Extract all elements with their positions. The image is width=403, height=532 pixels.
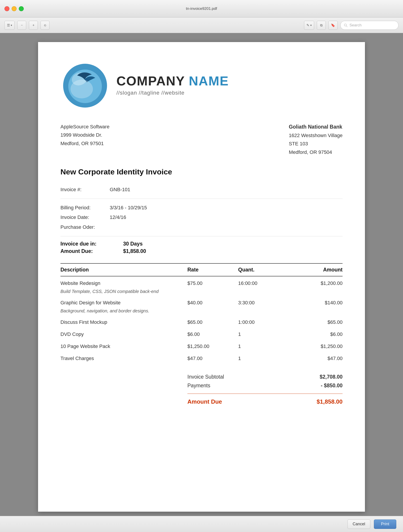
amount-due-final-row: Amount Due $1,858.00 bbox=[187, 397, 343, 406]
sender-address2: Medford, OR 97501 bbox=[60, 139, 110, 148]
svg-point-0 bbox=[344, 24, 347, 26]
item-amount-2: $65.00 bbox=[289, 315, 343, 327]
invoice-number-row: Invoice #: GNB-101 bbox=[60, 185, 343, 194]
pdf-viewer[interactable]: COMPANY NAME //slogan //tagline //websit… bbox=[0, 33, 403, 516]
item-sub-desc-1: Background, navigation, and border desig… bbox=[60, 308, 343, 315]
bottom-bar: Cancel Print bbox=[0, 516, 403, 532]
recipient-address1: 1622 Westshown Village bbox=[289, 131, 343, 139]
billing-period-value: 3/3/16 - 10/29/15 bbox=[110, 203, 147, 212]
table-row: Website Redesign $75.00 16:00:00 $1,200.… bbox=[60, 276, 343, 288]
item-description-2: Discuss First Mockup bbox=[60, 315, 187, 327]
table-header-row: Description Rate Quant. Amount bbox=[60, 263, 343, 276]
meta-divider-2 bbox=[60, 236, 343, 236]
item-description-4: 10 Page Website Pack bbox=[60, 339, 187, 352]
item-quantity-5: 1 bbox=[238, 352, 289, 364]
share-icon: ⎋ bbox=[44, 23, 46, 27]
item-description-5: Travel Charges bbox=[60, 352, 187, 364]
search-box[interactable]: Search bbox=[340, 21, 398, 30]
item-amount-3: $6.00 bbox=[289, 327, 343, 339]
item-sub-desc-0: Build Template, CSS, JSON compatible bac… bbox=[60, 288, 343, 296]
table-row: Discuss First Mockup $65.00 1:00:00 $65.… bbox=[60, 315, 343, 327]
invoice-number-label: Invoice #: bbox=[60, 185, 110, 194]
payments-value: - $850.00 bbox=[321, 383, 343, 389]
zoom-in-button[interactable]: ＋ bbox=[29, 21, 38, 30]
item-quantity-2: 1:00:00 bbox=[238, 315, 289, 327]
purchase-order-label: Purchase Oder: bbox=[60, 223, 110, 232]
window: tn-invoice9201.pdf ☰ ▾ － ＋ ⎋ ✎ ▾ ⧉ 🔖 bbox=[0, 0, 403, 532]
amount-due-header-value: $1,858.00 bbox=[123, 248, 146, 254]
item-amount-4: $1,250.00 bbox=[289, 339, 343, 352]
invoice-table: Description Rate Quant. Amount Website R… bbox=[60, 263, 343, 364]
close-button[interactable] bbox=[5, 6, 9, 11]
cancel-button[interactable]: Cancel bbox=[347, 519, 370, 529]
meta-divider-1 bbox=[60, 199, 343, 199]
invoice-date-label: Invoice Date: bbox=[60, 213, 110, 222]
print-button[interactable]: Print bbox=[374, 519, 396, 529]
item-rate-3: $6.00 bbox=[187, 327, 238, 339]
table-row-sub: Build Template, CSS, JSON compatible bac… bbox=[60, 288, 343, 296]
table-row: DVD Copy $6.00 1 $6.00 bbox=[60, 327, 343, 339]
header-quantity: Quant. bbox=[238, 263, 289, 276]
zoom-out-button[interactable]: － bbox=[17, 21, 26, 30]
window-title: tn-invoice9201.pdf bbox=[186, 6, 217, 11]
sidebar-toggle-button[interactable]: ☰ ▾ bbox=[5, 21, 14, 30]
copy-icon: ⧉ bbox=[320, 23, 323, 27]
recipient-address2: STE 103 bbox=[289, 139, 343, 148]
subtotal-value: $2,708.00 bbox=[320, 374, 343, 380]
item-description-3: DVD Copy bbox=[60, 327, 187, 339]
svg-point-5 bbox=[71, 80, 93, 98]
pen-button[interactable]: ✎ ▾ bbox=[304, 21, 314, 30]
sender-name: AppleSource Software bbox=[60, 123, 110, 131]
company-logo bbox=[60, 60, 110, 109]
totals-divider bbox=[187, 393, 343, 394]
svg-line-1 bbox=[346, 26, 347, 27]
invoice-meta: Invoice #: GNB-101 Billing Period: 3/3/1… bbox=[60, 185, 343, 254]
toolbar: ☰ ▾ － ＋ ⎋ ✎ ▾ ⧉ 🔖 Search bbox=[0, 18, 403, 33]
billing-period-label: Billing Period: bbox=[60, 203, 110, 212]
recipient-address: Goliath National Bank 1622 Westshown Vil… bbox=[289, 123, 343, 156]
invoice-date-value: 12/4/16 bbox=[110, 213, 126, 222]
company-tagline: //slogan //tagline //website bbox=[117, 90, 229, 96]
item-rate-2: $65.00 bbox=[187, 315, 238, 327]
pen-icon: ✎ bbox=[306, 23, 309, 27]
item-amount-1: $140.00 bbox=[289, 296, 343, 308]
sender-address1: 1999 Woodside Dr. bbox=[60, 131, 110, 139]
minimize-button[interactable] bbox=[12, 6, 17, 11]
subtotal-label: Invoice Subtotal bbox=[187, 374, 224, 380]
totals-table: Invoice Subtotal $2,708.00 Payments - $8… bbox=[187, 373, 343, 406]
item-quantity-0: 16:00:00 bbox=[238, 276, 289, 288]
item-amount-5: $47.00 bbox=[289, 352, 343, 364]
zoom-in-icon: ＋ bbox=[32, 23, 35, 27]
share-button[interactable]: ⎋ bbox=[40, 21, 50, 30]
bookmark-button[interactable]: 🔖 bbox=[328, 21, 338, 30]
maximize-button[interactable] bbox=[19, 6, 24, 11]
invoice-title: New Corporate Identity Invoice bbox=[60, 167, 343, 176]
table-row: Travel Charges $47.00 1 $47.00 bbox=[60, 352, 343, 364]
recipient-name: Goliath National Bank bbox=[289, 123, 343, 131]
recipient-address3: Medford, OR 97504 bbox=[289, 148, 343, 156]
item-quantity-1: 3:30:00 bbox=[238, 296, 289, 308]
item-rate-1: $40.00 bbox=[187, 296, 238, 308]
company-name-block: COMPANY NAME //slogan //tagline //websit… bbox=[117, 73, 229, 96]
table-row: 10 Page Website Pack $1,250.00 1 $1,250.… bbox=[60, 339, 343, 352]
invoice-header: COMPANY NAME //slogan //tagline //websit… bbox=[60, 60, 343, 109]
totals-section: Invoice Subtotal $2,708.00 Payments - $8… bbox=[60, 373, 343, 406]
titlebar: tn-invoice9201.pdf bbox=[0, 0, 403, 18]
header-amount: Amount bbox=[289, 263, 343, 276]
due-in-row: Invoice due in: 30 Days bbox=[60, 241, 343, 247]
item-amount-0: $1,200.00 bbox=[289, 276, 343, 288]
header-description: Description bbox=[60, 263, 187, 276]
item-quantity-3: 1 bbox=[238, 327, 289, 339]
header-rate: Rate bbox=[187, 263, 238, 276]
address-section: AppleSource Software 1999 Woodside Dr. M… bbox=[60, 123, 343, 156]
zoom-out-icon: － bbox=[20, 23, 24, 27]
billing-period-row: Billing Period: 3/3/16 - 10/29/15 bbox=[60, 203, 343, 212]
amount-due-header-row: Amount Due: $1,858.00 bbox=[60, 248, 343, 254]
purchase-order-row: Purchase Oder: bbox=[60, 223, 343, 232]
item-rate-0: $75.00 bbox=[187, 276, 238, 288]
invoice-document: COMPANY NAME //slogan //tagline //websit… bbox=[38, 42, 365, 512]
copy-button[interactable]: ⧉ bbox=[317, 21, 326, 30]
amount-due-header-label: Amount Due: bbox=[60, 248, 123, 254]
sidebar-icon: ☰ bbox=[7, 23, 10, 27]
due-in-value: 30 Days bbox=[123, 241, 143, 247]
